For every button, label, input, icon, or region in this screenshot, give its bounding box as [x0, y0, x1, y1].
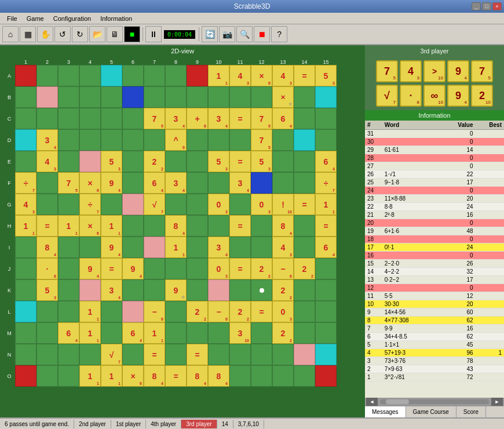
cell-l12[interactable]: = — [251, 301, 272, 322]
cell-h8[interactable]: 84 — [165, 215, 187, 237]
cell-i12[interactable] — [251, 237, 272, 258]
cell-e5[interactable]: 53 — [101, 151, 122, 172]
cell-m14[interactable] — [294, 322, 315, 344]
cell-k9[interactable] — [187, 279, 208, 301]
info-table[interactable]: # Word Value Best 31 0 30 0 29 61·61 14 … — [365, 121, 504, 398]
cell-o11[interactable] — [229, 365, 251, 387]
cell-m15[interactable] — [315, 322, 337, 344]
cell-g9[interactable] — [187, 194, 208, 215]
cell-d11[interactable] — [229, 129, 251, 151]
cell-l9[interactable]: 22 — [187, 301, 208, 322]
cell-e15[interactable]: 64 — [315, 151, 337, 172]
cell-h7[interactable] — [144, 215, 165, 237]
cell-o6[interactable]: ×6 — [122, 365, 144, 387]
cell-a4[interactable] — [79, 65, 101, 86]
cell-o2[interactable] — [36, 365, 58, 387]
cell-n4[interactable] — [79, 344, 101, 365]
cell-l3[interactable] — [58, 301, 79, 322]
cell-b14[interactable] — [294, 86, 315, 108]
cell-k8[interactable]: 9☆ — [165, 279, 187, 301]
cell-j2[interactable]: ·8 — [36, 258, 58, 279]
cell-h2[interactable]: = — [36, 215, 58, 237]
cell-h3[interactable]: 11 — [58, 215, 79, 237]
cell-i14[interactable] — [294, 237, 315, 258]
cell-j1[interactable] — [15, 258, 36, 279]
cell-l4[interactable]: 11 — [79, 301, 101, 322]
tile-5[interactable]: 7 5 — [471, 60, 493, 82]
cell-k1[interactable] — [15, 279, 36, 301]
tile-3[interactable]: > 10 — [423, 60, 445, 82]
cell-d13[interactable] — [272, 129, 294, 151]
tab-score[interactable]: Score — [456, 406, 486, 417]
scrollbar[interactable]: ◄ ► — [365, 398, 504, 406]
cell-m4[interactable]: 11 — [79, 322, 101, 344]
cell-g5[interactable] — [101, 194, 122, 215]
cell-d6[interactable] — [122, 129, 144, 151]
menu-information[interactable]: Information — [96, 14, 137, 23]
cell-g6[interactable] — [122, 194, 144, 215]
cell-m8[interactable] — [165, 322, 187, 344]
cell-d2[interactable]: 34 — [36, 129, 58, 151]
home-button[interactable]: ⌂ — [2, 26, 19, 42]
cell-m6[interactable]: 64 — [122, 322, 144, 344]
cell-l7[interactable]: −6 — [144, 301, 165, 322]
cell-h15[interactable]: = — [315, 215, 337, 237]
cell-i6[interactable] — [122, 237, 144, 258]
cell-f9[interactable] — [187, 172, 208, 194]
cell-n8[interactable] — [165, 344, 187, 365]
cell-n3[interactable] — [58, 344, 79, 365]
cell-o9[interactable]: 84 — [187, 365, 208, 387]
open-button[interactable]: 📂 — [89, 26, 105, 42]
cell-d4[interactable] — [79, 129, 101, 151]
cell-a10[interactable]: 11 — [208, 65, 229, 86]
cell-g8[interactable] — [165, 194, 187, 215]
close-button[interactable]: × — [492, 2, 502, 10]
cell-c15[interactable] — [315, 108, 337, 129]
cell-e10[interactable]: 53 — [208, 151, 229, 172]
cell-d5[interactable] — [101, 129, 122, 151]
cell-c10[interactable]: 34 — [208, 108, 229, 129]
cell-k3[interactable] — [58, 279, 79, 301]
cell-c3[interactable] — [58, 108, 79, 129]
cell-i13[interactable]: 43 — [272, 237, 294, 258]
cell-d9[interactable] — [187, 129, 208, 151]
cell-k11[interactable] — [229, 279, 251, 301]
cell-d7[interactable] — [144, 129, 165, 151]
cell-i10[interactable]: 34 — [208, 237, 229, 258]
cell-f3[interactable]: 75 — [58, 172, 79, 194]
cell-d3[interactable] — [58, 129, 79, 151]
cell-b1[interactable] — [15, 86, 36, 108]
pause-button[interactable]: ⏸ — [145, 26, 162, 42]
black-button[interactable]: ■ — [124, 26, 140, 42]
zoom-button[interactable]: 🔍 — [236, 26, 253, 42]
cell-h12[interactable] — [251, 215, 272, 237]
cell-n12[interactable] — [251, 344, 272, 365]
cell-m10[interactable] — [208, 322, 229, 344]
cell-i8[interactable]: 11 — [165, 237, 187, 258]
redo-button[interactable]: ↻ — [72, 26, 88, 42]
cell-n11[interactable] — [229, 344, 251, 365]
cell-a2[interactable] — [36, 65, 58, 86]
cell-e9[interactable] — [187, 151, 208, 172]
cell-c13[interactable]: 64 — [272, 108, 294, 129]
cell-c6[interactable] — [122, 108, 144, 129]
cell-i9[interactable] — [187, 237, 208, 258]
cell-m12[interactable] — [251, 322, 272, 344]
cell-d14[interactable] — [294, 129, 315, 151]
cell-l15[interactable] — [315, 301, 337, 322]
cell-k10[interactable] — [208, 279, 229, 301]
cell-b10[interactable] — [208, 86, 229, 108]
cell-g2[interactable] — [36, 194, 58, 215]
tab-messages[interactable]: Messages — [365, 406, 406, 417]
cell-n2[interactable] — [36, 344, 58, 365]
undo-button[interactable]: ↺ — [54, 26, 71, 42]
cell-e8[interactable] — [165, 151, 187, 172]
cell-k5[interactable]: 34 — [101, 279, 122, 301]
cell-o14[interactable] — [294, 365, 315, 387]
cell-d15[interactable] — [315, 129, 337, 151]
cell-k14[interactable] — [294, 279, 315, 301]
cell-g12[interactable]: 03 — [251, 194, 272, 215]
tile-6[interactable]: √ 7 — [376, 85, 398, 107]
camera-button[interactable]: 📷 — [219, 26, 235, 42]
tile-4[interactable]: 9 4 — [447, 60, 469, 82]
